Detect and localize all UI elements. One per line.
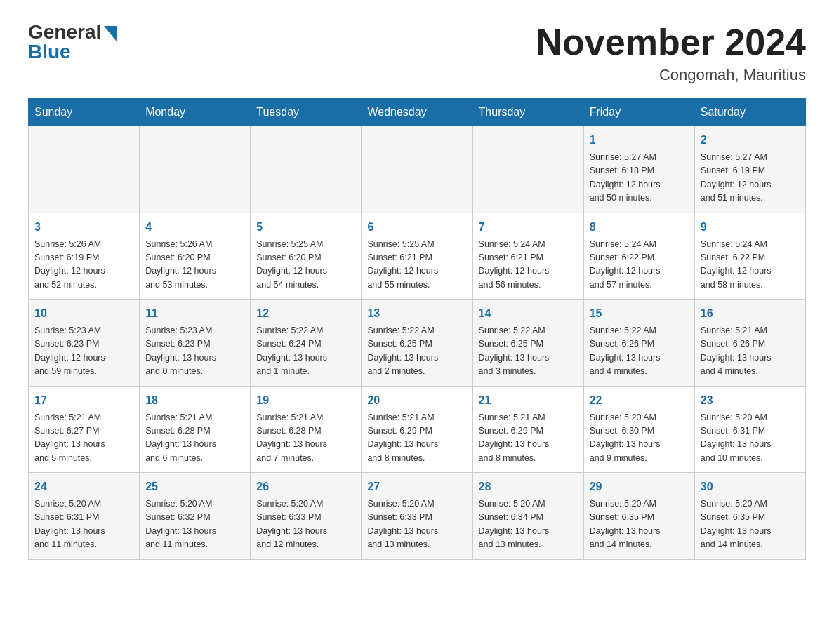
logo-arrow-icon	[104, 26, 117, 41]
day-info: Sunrise: 5:20 AM Sunset: 6:34 PM Dayligh…	[479, 497, 578, 552]
day-number: 9	[701, 219, 800, 236]
day-number: 1	[590, 132, 689, 149]
day-info: Sunrise: 5:26 AM Sunset: 6:20 PM Dayligh…	[145, 238, 244, 293]
day-info: Sunrise: 5:22 AM Sunset: 6:25 PM Dayligh…	[367, 324, 466, 379]
day-info: Sunrise: 5:20 AM Sunset: 6:35 PM Dayligh…	[590, 497, 689, 552]
day-info: Sunrise: 5:22 AM Sunset: 6:24 PM Dayligh…	[256, 324, 355, 379]
calendar-cell: 1Sunrise: 5:27 AM Sunset: 6:18 PM Daylig…	[583, 126, 694, 213]
weekday-header-sunday: Sunday	[29, 99, 140, 126]
day-info: Sunrise: 5:20 AM Sunset: 6:30 PM Dayligh…	[590, 411, 689, 466]
day-number: 7	[479, 219, 578, 236]
day-number: 21	[479, 392, 578, 409]
day-info: Sunrise: 5:21 AM Sunset: 6:29 PM Dayligh…	[367, 411, 466, 466]
calendar-cell: 10Sunrise: 5:23 AM Sunset: 6:23 PM Dayli…	[29, 300, 140, 387]
calendar-cell: 18Sunrise: 5:21 AM Sunset: 6:28 PM Dayli…	[140, 386, 251, 473]
day-info: Sunrise: 5:21 AM Sunset: 6:27 PM Dayligh…	[34, 411, 133, 466]
day-number: 3	[34, 219, 133, 236]
calendar-cell: 27Sunrise: 5:20 AM Sunset: 6:33 PM Dayli…	[362, 473, 472, 560]
header: General Blue November 2024 Congomah, Mau…	[28, 21, 806, 84]
calendar-cell: 24Sunrise: 5:20 AM Sunset: 6:31 PM Dayli…	[29, 473, 140, 560]
day-info: Sunrise: 5:24 AM Sunset: 6:22 PM Dayligh…	[590, 238, 689, 293]
calendar-cell: 29Sunrise: 5:20 AM Sunset: 6:35 PM Dayli…	[583, 473, 694, 560]
weekday-header-monday: Monday	[140, 99, 251, 126]
day-number: 27	[367, 478, 466, 495]
calendar-cell: 4Sunrise: 5:26 AM Sunset: 6:20 PM Daylig…	[140, 213, 251, 300]
title-section: November 2024 Congomah, Mauritius	[536, 21, 806, 84]
week-row-4: 17Sunrise: 5:21 AM Sunset: 6:27 PM Dayli…	[29, 386, 806, 473]
week-row-5: 24Sunrise: 5:20 AM Sunset: 6:31 PM Dayli…	[29, 473, 806, 560]
day-info: Sunrise: 5:23 AM Sunset: 6:23 PM Dayligh…	[34, 324, 133, 379]
logo-blue-text: Blue	[28, 41, 71, 63]
location-subtitle: Congomah, Mauritius	[536, 66, 806, 84]
calendar-cell: 23Sunrise: 5:20 AM Sunset: 6:31 PM Dayli…	[694, 386, 805, 473]
calendar-cell: 2Sunrise: 5:27 AM Sunset: 6:19 PM Daylig…	[694, 126, 805, 213]
calendar-cell	[140, 126, 251, 213]
day-number: 11	[145, 305, 244, 322]
day-number: 16	[701, 305, 800, 322]
calendar-cell: 19Sunrise: 5:21 AM Sunset: 6:28 PM Dayli…	[251, 386, 362, 473]
calendar-cell: 11Sunrise: 5:23 AM Sunset: 6:23 PM Dayli…	[140, 300, 251, 387]
calendar-cell: 20Sunrise: 5:21 AM Sunset: 6:29 PM Dayli…	[362, 386, 472, 473]
day-info: Sunrise: 5:20 AM Sunset: 6:32 PM Dayligh…	[145, 497, 244, 552]
day-info: Sunrise: 5:21 AM Sunset: 6:26 PM Dayligh…	[701, 324, 800, 379]
day-number: 25	[145, 478, 244, 495]
weekday-header-wednesday: Wednesday	[362, 99, 472, 126]
calendar-cell	[472, 126, 583, 213]
day-info: Sunrise: 5:27 AM Sunset: 6:18 PM Dayligh…	[590, 151, 689, 206]
day-number: 19	[256, 392, 355, 409]
day-info: Sunrise: 5:20 AM Sunset: 6:31 PM Dayligh…	[701, 411, 800, 466]
week-row-3: 10Sunrise: 5:23 AM Sunset: 6:23 PM Dayli…	[29, 300, 806, 387]
calendar-cell: 21Sunrise: 5:21 AM Sunset: 6:29 PM Dayli…	[472, 386, 583, 473]
weekday-header-row: SundayMondayTuesdayWednesdayThursdayFrid…	[29, 99, 806, 126]
day-info: Sunrise: 5:26 AM Sunset: 6:19 PM Dayligh…	[34, 238, 133, 293]
day-info: Sunrise: 5:27 AM Sunset: 6:19 PM Dayligh…	[701, 151, 800, 206]
day-info: Sunrise: 5:20 AM Sunset: 6:33 PM Dayligh…	[367, 497, 466, 552]
calendar-cell: 22Sunrise: 5:20 AM Sunset: 6:30 PM Dayli…	[583, 386, 694, 473]
day-number: 26	[256, 478, 355, 495]
calendar-cell: 16Sunrise: 5:21 AM Sunset: 6:26 PM Dayli…	[694, 300, 805, 387]
day-number: 14	[479, 305, 578, 322]
calendar-cell: 26Sunrise: 5:20 AM Sunset: 6:33 PM Dayli…	[251, 473, 362, 560]
day-info: Sunrise: 5:24 AM Sunset: 6:21 PM Dayligh…	[479, 238, 578, 293]
calendar-cell: 5Sunrise: 5:25 AM Sunset: 6:20 PM Daylig…	[251, 213, 362, 300]
month-year-title: November 2024	[536, 21, 806, 63]
day-number: 23	[701, 392, 800, 409]
calendar-cell: 6Sunrise: 5:25 AM Sunset: 6:21 PM Daylig…	[362, 213, 472, 300]
calendar-cell: 3Sunrise: 5:26 AM Sunset: 6:19 PM Daylig…	[29, 213, 140, 300]
day-info: Sunrise: 5:21 AM Sunset: 6:29 PM Dayligh…	[479, 411, 578, 466]
day-info: Sunrise: 5:20 AM Sunset: 6:35 PM Dayligh…	[701, 497, 800, 552]
day-number: 18	[145, 392, 244, 409]
day-number: 2	[701, 132, 800, 149]
day-info: Sunrise: 5:22 AM Sunset: 6:25 PM Dayligh…	[479, 324, 578, 379]
calendar-cell: 8Sunrise: 5:24 AM Sunset: 6:22 PM Daylig…	[583, 213, 694, 300]
weekday-header-saturday: Saturday	[694, 99, 805, 126]
week-row-1: 1Sunrise: 5:27 AM Sunset: 6:18 PM Daylig…	[29, 126, 806, 213]
calendar-cell: 7Sunrise: 5:24 AM Sunset: 6:21 PM Daylig…	[472, 213, 583, 300]
calendar-cell: 28Sunrise: 5:20 AM Sunset: 6:34 PM Dayli…	[472, 473, 583, 560]
calendar-cell	[251, 126, 362, 213]
day-info: Sunrise: 5:21 AM Sunset: 6:28 PM Dayligh…	[256, 411, 355, 466]
calendar-cell: 30Sunrise: 5:20 AM Sunset: 6:35 PM Dayli…	[694, 473, 805, 560]
day-number: 29	[590, 478, 689, 495]
week-row-2: 3Sunrise: 5:26 AM Sunset: 6:19 PM Daylig…	[29, 213, 806, 300]
day-info: Sunrise: 5:20 AM Sunset: 6:31 PM Dayligh…	[34, 497, 133, 552]
day-number: 20	[367, 392, 466, 409]
day-number: 12	[256, 305, 355, 322]
day-number: 5	[256, 219, 355, 236]
day-number: 17	[34, 392, 133, 409]
calendar-cell: 13Sunrise: 5:22 AM Sunset: 6:25 PM Dayli…	[362, 300, 472, 387]
day-number: 13	[367, 305, 466, 322]
calendar-table: SundayMondayTuesdayWednesdayThursdayFrid…	[28, 98, 806, 560]
day-info: Sunrise: 5:22 AM Sunset: 6:26 PM Dayligh…	[590, 324, 689, 379]
calendar-cell: 25Sunrise: 5:20 AM Sunset: 6:32 PM Dayli…	[140, 473, 251, 560]
weekday-header-thursday: Thursday	[472, 99, 583, 126]
day-info: Sunrise: 5:20 AM Sunset: 6:33 PM Dayligh…	[256, 497, 355, 552]
day-number: 6	[367, 219, 466, 236]
day-number: 10	[34, 305, 133, 322]
day-number: 28	[479, 478, 578, 495]
day-info: Sunrise: 5:23 AM Sunset: 6:23 PM Dayligh…	[145, 324, 244, 379]
day-info: Sunrise: 5:25 AM Sunset: 6:21 PM Dayligh…	[367, 238, 466, 293]
calendar-cell	[29, 126, 140, 213]
day-number: 4	[145, 219, 244, 236]
calendar-cell: 17Sunrise: 5:21 AM Sunset: 6:27 PM Dayli…	[29, 386, 140, 473]
